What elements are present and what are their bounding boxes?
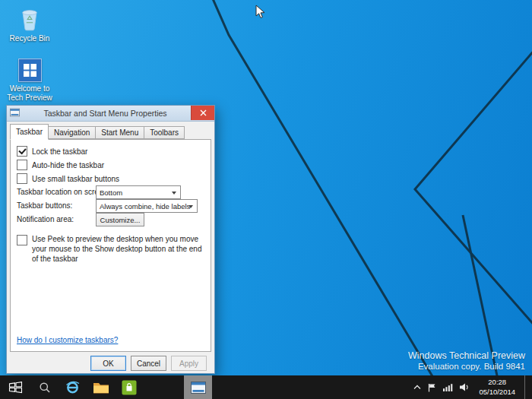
tab-start-menu[interactable]: Start Menu xyxy=(95,126,144,139)
internet-explorer-icon xyxy=(65,379,81,395)
file-explorer-button[interactable] xyxy=(87,375,115,399)
chevron-down-icon xyxy=(188,205,193,208)
start-button[interactable] xyxy=(0,375,30,399)
close-icon xyxy=(200,109,207,116)
checkbox-auto-hide-taskbar[interactable] xyxy=(17,160,27,170)
checkbox-lock-the-taskbar[interactable] xyxy=(17,146,27,157)
store-icon xyxy=(122,380,137,395)
internet-explorer-button[interactable] xyxy=(59,375,87,399)
properties-window-icon xyxy=(191,382,206,394)
watermark-line1: Windows Technical Preview xyxy=(408,350,525,361)
screen: Recycle Bin Welcome to Tech Preview Wind… xyxy=(0,0,532,399)
system-tray: 20:28 05/10/2014 xyxy=(413,375,532,399)
option-row: Lock the taskbar xyxy=(17,146,87,157)
dropdown-value: Always combine, hide labels xyxy=(100,202,190,211)
apply-button: Apply xyxy=(171,356,207,371)
ok-button[interactable]: OK xyxy=(90,356,126,371)
checkbox-label: Auto-hide the taskbar xyxy=(32,161,104,169)
customize-taskbars-help-link[interactable]: How do I customize taskbars? xyxy=(17,336,118,344)
store-button[interactable] xyxy=(115,375,143,399)
customize-button[interactable]: Customize... xyxy=(96,213,144,226)
close-button[interactable] xyxy=(191,106,214,120)
search-button[interactable] xyxy=(30,375,59,399)
tab-page-taskbar: Lock the taskbar Auto-hide the taskbar U… xyxy=(10,139,211,352)
desktop-icon-label: Recycle Bin xyxy=(5,34,55,43)
network-icon[interactable] xyxy=(443,384,453,391)
taskbar-properties-window-button[interactable] xyxy=(184,375,212,399)
peek-option-row: Use Peek to preview the desktop when you… xyxy=(17,234,210,264)
dialog-title: Taskbar and Start Menu Properties xyxy=(22,106,188,121)
checkbox-label: Lock the taskbar xyxy=(32,147,87,156)
clock-time: 20:28 xyxy=(479,378,515,387)
dropdown-value: Bottom xyxy=(100,188,122,197)
cancel-button[interactable]: Cancel xyxy=(131,356,166,371)
search-icon xyxy=(39,382,51,394)
desktop-icon-label: Welcome to Tech Preview xyxy=(5,84,55,102)
dialog-titlebar[interactable]: Taskbar and Start Menu Properties xyxy=(7,106,214,122)
notification-area-label: Notification area: xyxy=(17,213,74,226)
volume-icon[interactable] xyxy=(460,383,470,391)
taskbar-location-dropdown[interactable]: Bottom xyxy=(96,185,181,199)
watermark-line2: Evaluation copy. Build 9841 xyxy=(408,362,525,371)
taskbar: 20:28 05/10/2014 xyxy=(0,375,532,399)
option-row: Use small taskbar buttons xyxy=(17,173,119,184)
recycle-bin-icon xyxy=(5,6,55,32)
show-desktop-button[interactable] xyxy=(524,375,530,399)
hidden-icons-chevron-icon[interactable] xyxy=(413,385,421,390)
clock-date: 05/10/2014 xyxy=(479,388,515,397)
windows-tile-icon xyxy=(18,59,42,82)
taskbar-buttons-label: Taskbar buttons: xyxy=(17,199,72,213)
desktop-icon-recycle-bin[interactable]: Recycle Bin xyxy=(5,6,55,43)
desktop-icon-welcome-tech-preview[interactable]: Welcome to Tech Preview xyxy=(5,56,55,102)
option-row: Auto-hide the taskbar xyxy=(17,160,104,170)
action-center-flag-icon[interactable] xyxy=(428,383,436,392)
taskbar-clock[interactable]: 20:28 05/10/2014 xyxy=(477,378,518,397)
evaluation-watermark: Windows Technical Preview Evaluation cop… xyxy=(408,350,525,371)
dialog-tab-strip: Taskbar Navigation Start Menu Toolbars xyxy=(10,124,184,139)
tab-toolbars[interactable]: Toolbars xyxy=(144,126,185,139)
tab-navigation[interactable]: Navigation xyxy=(48,126,96,139)
dialog-window-icon xyxy=(10,108,20,119)
windows-logo-icon xyxy=(8,381,23,394)
tab-taskbar[interactable]: Taskbar xyxy=(10,124,49,140)
checkbox-small-taskbar-buttons[interactable] xyxy=(17,173,27,184)
taskbar-buttons-dropdown[interactable]: Always combine, hide labels xyxy=(96,199,198,213)
chevron-down-icon xyxy=(172,192,176,195)
checkbox-use-peek[interactable] xyxy=(17,235,27,245)
peek-label: Use Peek to preview the desktop when you… xyxy=(32,234,210,264)
taskbar-properties-dialog: Taskbar and Start Menu Properties Taskba… xyxy=(6,105,215,374)
folder-icon xyxy=(93,381,109,394)
checkbox-label: Use small taskbar buttons xyxy=(32,175,119,183)
